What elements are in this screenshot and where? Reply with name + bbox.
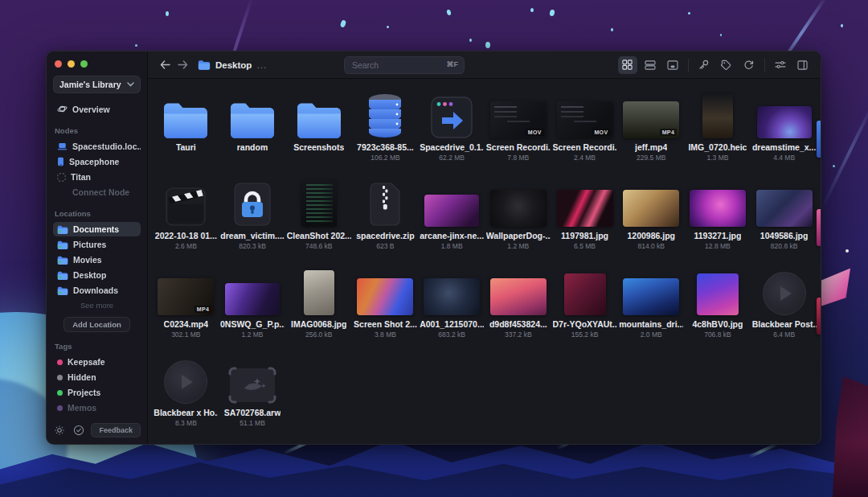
library-switcher[interactable]: Jamie's Library — [53, 76, 141, 93]
file-item[interactable]: SA702768.arw51.1 MB — [219, 352, 286, 441]
file-thumbnail — [419, 264, 485, 315]
file-item[interactable]: Blackbear Post...6.4 MB — [751, 264, 817, 352]
key-manager-icon[interactable] — [694, 56, 714, 74]
file-item[interactable]: CleanShot 202...748.6 kB — [285, 175, 352, 264]
sidebar-item-overview[interactable]: Overview — [53, 101, 141, 117]
breadcrumb[interactable]: Desktop — [198, 60, 252, 70]
sidebar-item-label: Projects — [68, 388, 100, 397]
file-name: dream_victim.... — [220, 231, 284, 240]
check-circle-icon[interactable] — [72, 424, 85, 437]
sidebar-item-memos[interactable]: Memos — [53, 400, 141, 415]
back-button[interactable] — [156, 56, 174, 74]
file-item[interactable]: MOVScreen Recordi...2.4 MB — [551, 87, 618, 175]
node-dashed-icon — [57, 173, 66, 182]
sidebar-item-connect-node[interactable]: Connect Node — [53, 185, 141, 199]
file-name: Blackbear x Ho... — [154, 408, 218, 417]
file-item[interactable]: mountains_dri...2.0 MB — [618, 264, 685, 352]
sidebar-item-movies[interactable]: Movies — [53, 253, 141, 267]
inspector-panel-toggle[interactable] — [793, 56, 813, 74]
file-thumbnail — [618, 264, 685, 315]
forward-button[interactable] — [174, 56, 191, 74]
sidebar-item-keepsafe[interactable]: Keepsafe — [53, 355, 141, 369]
file-item[interactable]: MOVScreen Recordi...7.8 MB — [485, 87, 551, 175]
format-badge: MOV — [592, 129, 610, 136]
feedback-button[interactable]: Feedback — [91, 423, 141, 437]
file-item[interactable]: A001_1215070...683.2 kB — [419, 264, 485, 352]
file-item[interactable]: 1197981.jpg6.5 MB — [551, 175, 618, 264]
file-item[interactable]: MP4jeff.mp4229.5 MB — [618, 87, 685, 175]
image-thumbnail — [623, 278, 679, 315]
file-size: 12.8 MB — [705, 242, 731, 250]
file-item[interactable]: Screen Shot 2...3.8 MB — [352, 264, 419, 352]
file-item[interactable]: dreamstime_x...4.4 MB — [751, 87, 817, 175]
file-item[interactable]: spacedrive.zip623 B — [352, 175, 419, 264]
file-size: 106.2 MB — [371, 154, 399, 162]
file-item[interactable]: d9d8f453824...337.2 kB — [485, 264, 551, 352]
file-size: 2.0 MB — [641, 331, 662, 339]
file-item[interactable]: 2022-10-18 01...2.6 MB — [153, 175, 219, 264]
file-thumbnail — [352, 264, 419, 315]
sidebar-item-pictures[interactable]: Pictures — [53, 237, 141, 252]
media-view-button[interactable] — [663, 56, 682, 74]
none-icon — [57, 188, 68, 197]
sidebar-item-titan[interactable]: Titan — [53, 170, 141, 184]
file-item[interactable]: 1193271.jpg12.8 MB — [685, 175, 751, 264]
toolbar: Desktop ... ⌘F — [148, 51, 821, 79]
close-window-button[interactable] — [55, 60, 62, 68]
image-thumbnail — [557, 190, 613, 227]
file-item[interactable]: 1049586.jpg820.8 kB — [751, 175, 817, 264]
file-item[interactable]: dream_victim....820.3 kB — [219, 175, 286, 264]
file-item[interactable]: arcane-jinx-ne...1.8 MB — [419, 175, 485, 264]
app-icon — [431, 97, 473, 138]
file-item[interactable]: Tauri — [153, 87, 219, 175]
file-item[interactable]: 7923c368-85...106.2 MB — [352, 87, 419, 175]
sidebar-item-spacestudio-loc[interactable]: Spacestudio.loc... — [53, 139, 141, 154]
refresh-icon[interactable] — [739, 56, 759, 74]
file-item[interactable]: 4c8hBV0.jpg706.8 kB — [685, 264, 751, 352]
sidebar-item-documents[interactable]: Documents — [53, 222, 141, 236]
see-more-link[interactable]: See more — [53, 298, 141, 311]
file-item[interactable]: 1200986.jpg814.0 kB — [618, 175, 685, 264]
video-thumbnail: MP4 — [623, 101, 679, 138]
image-thumbnail — [757, 106, 812, 138]
minimize-window-button[interactable] — [68, 60, 75, 68]
file-item[interactable]: IMG_0720.heic1.3 MB — [685, 87, 751, 175]
sidebar-item-projects[interactable]: Projects — [53, 385, 141, 400]
list-view-button[interactable] — [641, 56, 660, 74]
file-item[interactable]: Spacedrive_0.1...62.2 MB — [419, 87, 485, 175]
file-size: 820.3 kB — [239, 242, 266, 250]
breadcrumb-more-button[interactable]: ... — [256, 60, 267, 71]
file-grid: TaurirandomScreenshots7923c368-85...106.… — [148, 79, 821, 444]
grid-view-button[interactable] — [618, 56, 637, 74]
sidebar-item-label: Spacestudio.loc... — [72, 142, 141, 151]
sidebar-item-label: Connect Node — [72, 187, 129, 197]
sidebar-item-spacephone[interactable]: Spacephone — [53, 154, 141, 169]
file-item[interactable]: IMAG0068.jpg256.0 kB — [285, 264, 352, 352]
file-item[interactable]: random — [219, 87, 286, 175]
file-item[interactable]: MP4C0234.mp4302.1 MB — [153, 264, 219, 352]
file-thumbnail — [219, 264, 286, 315]
zoom-window-button[interactable] — [80, 60, 88, 68]
file-item[interactable]: Blackbear x Ho...8.3 MB — [153, 352, 219, 441]
file-item[interactable]: Screenshots — [285, 87, 352, 175]
sidebar-item-desktop[interactable]: Desktop — [53, 268, 141, 282]
file-item[interactable]: 0NSWQ_G_P.p...1.2 MB — [219, 264, 286, 352]
file-name: random — [237, 142, 268, 152]
sidebar-item-hidden[interactable]: Hidden — [53, 370, 141, 384]
filter-sliders-icon[interactable] — [771, 56, 790, 74]
add-location-button[interactable]: Add Location — [63, 317, 130, 332]
file-size: 748.6 kB — [305, 242, 333, 250]
file-name: spacedrive.zip — [356, 231, 414, 240]
sidebar-item-label: Hidden — [68, 372, 96, 382]
file-item[interactable]: D7r-YQoXYAUt...155.2 kB — [551, 264, 618, 352]
file-thumbnail — [419, 175, 485, 227]
file-thumbnail — [219, 352, 286, 404]
tag-icon[interactable] — [717, 56, 736, 74]
clipped-file-thumbnail — [817, 209, 821, 246]
settings-gear-icon[interactable] — [53, 424, 66, 437]
file-thumbnail: MP4 — [153, 264, 219, 315]
file-name: 1197981.jpg — [561, 231, 608, 240]
file-item[interactable]: WallpaperDog-...1.2 MB — [485, 175, 551, 264]
file-size: 1.3 MB — [706, 154, 728, 162]
sidebar-item-downloads[interactable]: Downloads — [53, 283, 141, 298]
